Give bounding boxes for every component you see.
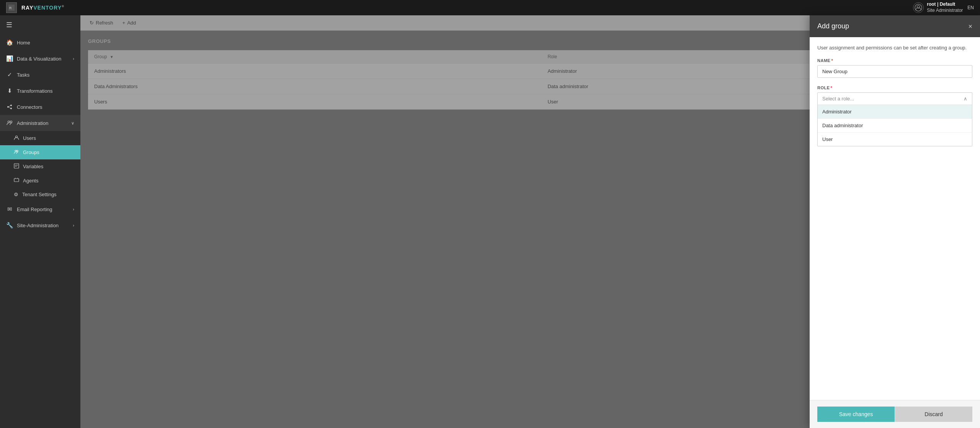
chevron-right-icon: › — [73, 56, 74, 61]
sidebar: ☰ 🏠 Home 📊 Data & Visualization › ✓ Task… — [0, 15, 80, 428]
users-icon — [14, 135, 19, 141]
sidebar-item-label: Site-Administration — [17, 223, 59, 228]
role-label: ROLE* — [817, 85, 972, 90]
agents-icon — [14, 177, 19, 184]
panel-header: Add group × — [810, 15, 980, 37]
sidebar-item-email-reporting[interactable]: ✉ Email Reporting › — [0, 201, 80, 217]
topbar-left: R RAYVENTORY® — [6, 2, 64, 13]
svg-line-8 — [9, 107, 10, 108]
sidebar-item-tasks[interactable]: ✓ Tasks — [0, 67, 80, 83]
sidebar-item-administration[interactable]: Administration ∨ — [0, 115, 80, 131]
role-dropdown-list: Administrator Data administrator User — [817, 105, 972, 146]
sidebar-item-label: Transformations — [17, 88, 52, 94]
sidebar-item-connectors[interactable]: Connectors — [0, 99, 80, 115]
svg-rect-17 — [14, 179, 19, 182]
sidebar-item-agents[interactable]: Agents — [0, 174, 80, 188]
connectors-icon — [6, 103, 13, 110]
sidebar-item-label: Tasks — [17, 72, 29, 78]
sidebar-item-label: Home — [17, 40, 30, 46]
sidebar-item-users[interactable]: Users — [0, 131, 80, 145]
role-placeholder: Select a role... — [822, 96, 854, 102]
avatar — [913, 2, 924, 13]
sidebar-item-label: Email Reporting — [17, 207, 52, 212]
sidebar-item-groups[interactable]: Groups — [0, 145, 80, 159]
tasks-icon: ✓ — [6, 71, 13, 78]
name-form-group: NAME* — [817, 58, 972, 78]
language-selector[interactable]: EN — [967, 5, 974, 10]
variables-icon — [14, 163, 19, 170]
sidebar-item-label: Data & Visualization — [17, 56, 61, 62]
sidebar-item-tenant-settings[interactable]: ⚙ Tenant Settings — [0, 188, 80, 201]
chevron-right-icon-email: › — [73, 207, 74, 212]
sidebar-sub-item-label: Tenant Settings — [22, 192, 57, 197]
panel-body: User assignment and permissions can be s… — [810, 37, 980, 400]
transformations-icon: ⬇ — [6, 87, 13, 94]
sidebar-item-label: Administration — [17, 120, 48, 126]
svg-point-6 — [10, 108, 12, 109]
chevron-down-icon: ∨ — [71, 121, 74, 126]
role-option-user[interactable]: User — [818, 132, 972, 146]
name-input[interactable] — [817, 65, 972, 78]
sidebar-item-site-administration[interactable]: 🔧 Site-Administration › — [0, 217, 80, 233]
add-group-panel: Add group × User assignment and permissi… — [810, 15, 980, 428]
app-logo: RAYVENTORY® — [21, 5, 64, 11]
role-select-wrapper: Select a role... ∧ Administrator Data ad… — [817, 92, 972, 146]
chevron-right-icon-site: › — [73, 223, 74, 228]
panel-footer: Save changes Discard — [810, 400, 980, 428]
user-name-label: root | Default Site Administrator — [927, 2, 963, 13]
email-reporting-icon: ✉ — [6, 206, 13, 213]
home-icon: 🏠 — [6, 39, 13, 46]
sidebar-item-variables[interactable]: Variables — [0, 159, 80, 174]
groups-icon — [14, 149, 19, 156]
sidebar-item-data-visualization[interactable]: 📊 Data & Visualization › — [0, 51, 80, 67]
role-select[interactable]: Select a role... ∧ — [817, 92, 972, 105]
topbar: R RAYVENTORY® root | Default Site Admini… — [0, 0, 980, 15]
sidebar-sub-item-label: Variables — [23, 164, 43, 169]
user-info[interactable]: root | Default Site Administrator — [913, 2, 963, 13]
svg-line-7 — [9, 105, 10, 107]
role-option-administrator[interactable]: Administrator — [818, 105, 972, 118]
name-label: NAME* — [817, 58, 972, 63]
svg-point-10 — [10, 121, 12, 123]
save-changes-button[interactable]: Save changes — [817, 407, 895, 422]
panel-title: Add group — [817, 22, 849, 30]
panel-info-text: User assignment and permissions can be s… — [817, 45, 972, 51]
sidebar-toggle[interactable]: ☰ — [0, 15, 80, 34]
discard-button[interactable]: Discard — [895, 407, 972, 422]
panel-close-button[interactable]: × — [968, 23, 972, 30]
svg-point-9 — [8, 121, 10, 123]
site-admin-icon: 🔧 — [6, 222, 13, 229]
chevron-up-icon: ∧ — [964, 96, 967, 102]
sidebar-item-label: Connectors — [17, 104, 42, 110]
svg-point-5 — [10, 105, 12, 106]
role-form-group: ROLE* Select a role... ∧ Administrator D… — [817, 85, 972, 146]
chart-icon: 📊 — [6, 55, 13, 62]
role-option-data-administrator[interactable]: Data administrator — [818, 118, 972, 132]
svg-point-13 — [16, 150, 18, 152]
topbar-right: root | Default Site Administrator EN — [913, 2, 974, 13]
administration-icon — [6, 120, 13, 126]
sidebar-sub-item-label: Groups — [23, 149, 39, 155]
sidebar-item-transformations[interactable]: ⬇ Transformations — [0, 83, 80, 99]
tenant-settings-icon: ⚙ — [14, 192, 18, 197]
sidebar-sub-item-label: Agents — [23, 178, 38, 184]
svg-point-4 — [7, 106, 9, 108]
sidebar-item-home[interactable]: 🏠 Home — [0, 34, 80, 51]
svg-text:R: R — [9, 6, 12, 10]
logo-icon: R — [6, 2, 17, 13]
sidebar-sub-item-label: Users — [23, 135, 36, 141]
svg-rect-14 — [14, 164, 19, 168]
